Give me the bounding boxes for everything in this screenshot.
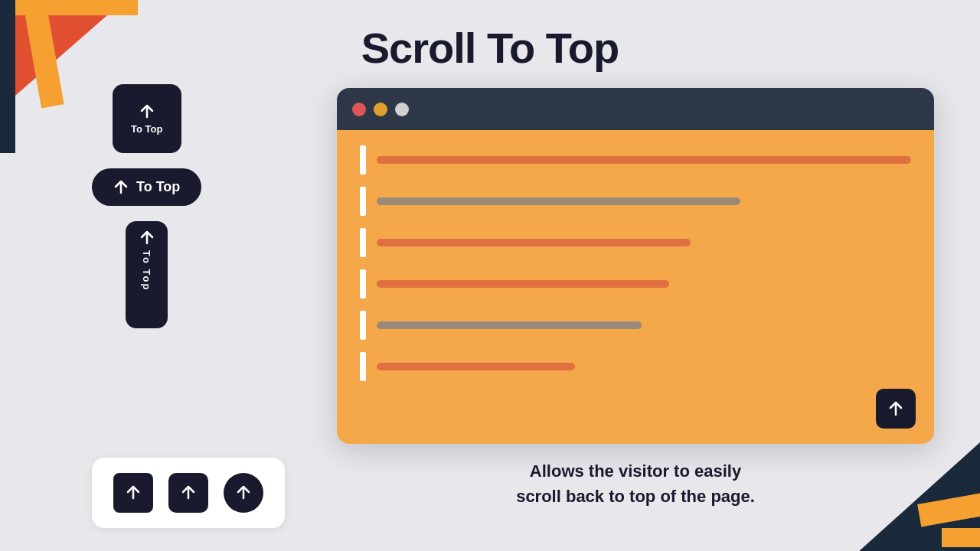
content-row-1 — [360, 145, 911, 174]
row-marker — [360, 352, 366, 381]
arrow-up-icon-circle — [235, 484, 252, 501]
browser-mockup — [337, 88, 934, 444]
content-row-3 — [360, 228, 911, 257]
row-marker — [360, 269, 366, 298]
content-row-4 — [360, 269, 911, 298]
browser-header — [337, 88, 934, 130]
row-marker — [360, 187, 366, 216]
tall-button-label: To Top — [141, 250, 152, 291]
content-row-5 — [360, 311, 911, 340]
page-title: Scroll To Top — [0, 23, 980, 73]
row-marker — [360, 311, 366, 340]
browser-content — [337, 130, 934, 444]
content-row-2 — [360, 187, 911, 216]
svg-rect-7 — [942, 528, 980, 547]
arrow-up-icon-tall — [139, 230, 155, 246]
icon-rounded-square-button[interactable] — [168, 473, 208, 513]
arrow-up-icon-browser — [887, 399, 905, 418]
browser-dot-white — [395, 103, 409, 116]
arrow-up-icon-sq — [125, 484, 142, 501]
browser-dot-red — [352, 103, 366, 116]
icon-buttons-panel — [92, 458, 285, 528]
content-line — [377, 156, 911, 164]
browser-dot-yellow — [374, 103, 387, 116]
icon-square-button[interactable] — [113, 473, 153, 513]
content-row-6 — [360, 352, 911, 381]
tall-scroll-to-top-button[interactable]: To Top — [126, 221, 168, 328]
square-button-label: To Top — [131, 123, 162, 135]
arrow-up-icon-pill — [113, 180, 129, 195]
content-line — [377, 321, 642, 329]
row-marker — [360, 145, 366, 174]
content-line — [377, 239, 691, 246]
arrow-up-icon — [139, 103, 155, 120]
pill-scroll-to-top-button[interactable]: To Top — [92, 168, 201, 206]
content-line — [377, 363, 575, 370]
button-showcase-panel: To Top To Top To Top — [92, 84, 201, 328]
browser-scroll-to-top-button[interactable] — [876, 389, 916, 429]
row-marker — [360, 228, 366, 257]
pill-button-label: To Top — [136, 179, 180, 195]
description-text: Allows the visitor to easily scroll back… — [337, 458, 934, 509]
description-line2: scroll back to top of the page. — [516, 487, 755, 506]
description-line1: Allows the visitor to easily — [530, 461, 741, 481]
square-scroll-to-top-button[interactable]: To Top — [113, 84, 181, 153]
content-line — [377, 280, 669, 288]
icon-circle-button[interactable] — [224, 473, 263, 513]
arrow-up-icon-sq2 — [180, 484, 197, 501]
content-line — [377, 197, 740, 205]
